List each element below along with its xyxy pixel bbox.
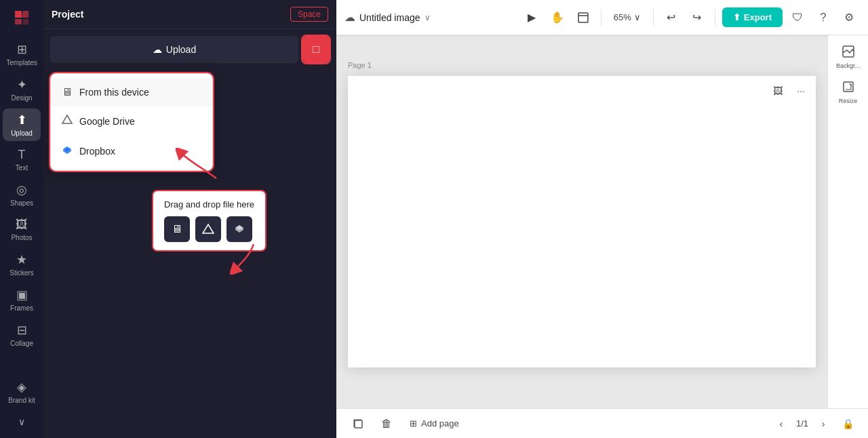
canvas-main: Page 1 🖼 ··· Backgr... <box>336 35 868 408</box>
settings-button[interactable]: ⚙ <box>838 7 860 28</box>
background-label: Backgr... <box>836 62 860 69</box>
sidebar-item-label: Brand kit <box>8 397 35 404</box>
pointer-tool-button[interactable]: ▶ <box>521 7 542 28</box>
stickers-icon: ★ <box>16 252 27 267</box>
google-drive-option[interactable]: Google Drive <box>51 106 212 136</box>
zoom-value: 65% <box>614 12 631 22</box>
add-page-label: Add page <box>421 418 459 429</box>
toolbar: ▶ ✋ 65% ∨ ↩ ↪ ⬆ Export 🛡 ? ⚙ <box>521 7 860 28</box>
shapes-icon: ◎ <box>16 182 27 197</box>
sidebar-item-shapes[interactable]: ◎ Shapes <box>3 178 41 211</box>
sidebar-item-label: Text <box>16 164 28 172</box>
page-wrapper: Page 1 🖼 ··· <box>348 76 816 367</box>
svg-rect-16 <box>355 420 362 428</box>
copy-page-button[interactable] <box>347 413 369 435</box>
page-navigation: ‹ 1/1 › 🔒 <box>772 414 857 433</box>
sidebar-item-photos[interactable]: 🖼 Photos <box>3 214 41 245</box>
drag-device-button[interactable]: 🖥 <box>164 216 190 242</box>
sidebar-collapse-button[interactable]: ∨ <box>13 411 31 433</box>
upload-row: ☁ Upload □ <box>43 29 336 70</box>
drag-dropbox-button[interactable] <box>226 216 252 242</box>
sidebar-item-label: Photos <box>11 234 32 241</box>
canvas-content[interactable]: Page 1 🖼 ··· <box>336 35 827 408</box>
panel-title: Project <box>52 9 83 20</box>
toolbar-divider-3 <box>715 9 715 26</box>
layout-tool-button[interactable] <box>572 7 594 28</box>
templates-icon: ⊞ <box>17 42 27 57</box>
page-image-icon-button[interactable]: 🖼 <box>768 81 787 100</box>
help-button[interactable]: ? <box>812 7 834 28</box>
dropbox-label: Dropbox <box>79 146 115 157</box>
page-display: 1/1 <box>796 418 808 429</box>
sidebar-item-brand[interactable]: ◈ Brand kit <box>3 376 41 408</box>
sidebar: ⊞ Templates ✦ Design ⬆ Upload T Text ◎ S… <box>0 0 43 438</box>
export-button[interactable]: ⬆ Export <box>722 7 783 27</box>
undo-button[interactable]: ↩ <box>660 7 682 28</box>
sidebar-item-templates[interactable]: ⊞ Templates <box>3 38 41 71</box>
hand-tool-button[interactable]: ✋ <box>547 7 568 28</box>
google-drive-label: Google Drive <box>79 116 135 127</box>
fullscreen-button[interactable]: 🔒 <box>838 414 857 433</box>
page-canvas[interactable]: 🖼 ··· <box>348 76 816 367</box>
shield-button[interactable]: 🛡 <box>787 7 808 28</box>
upload-icon: ⬆ <box>17 113 27 127</box>
space-button[interactable]: Space <box>290 7 328 22</box>
design-icon: ✦ <box>17 77 27 92</box>
sidebar-item-stickers[interactable]: ★ Stickers <box>3 248 41 281</box>
upload-button[interactable]: ☁ Upload <box>50 36 298 63</box>
sidebar-item-upload[interactable]: ⬆ Upload <box>3 108 41 141</box>
page-more-button[interactable]: ··· <box>791 81 810 100</box>
next-page-button[interactable]: › <box>814 414 833 433</box>
upload-panel: Project Space ☁ Upload □ 🖥 From this dev… <box>43 0 336 438</box>
dropbox-option[interactable]: Dropbox <box>51 136 212 166</box>
resize-panel-item[interactable]: Resize <box>831 76 866 108</box>
mobile-icon: □ <box>313 43 319 56</box>
page-icons: 🖼 ··· <box>768 81 810 100</box>
svg-rect-12 <box>578 13 588 22</box>
zoom-chevron-icon: ∨ <box>634 12 641 22</box>
topbar: ☁ Untitled image ∨ ▶ ✋ 65% ∨ ↩ ↪ <box>336 0 868 35</box>
delete-page-button[interactable]: 🗑 <box>376 413 397 435</box>
upload-button-label: Upload <box>166 44 196 55</box>
sidebar-item-label: Templates <box>6 59 37 66</box>
upload-dropdown-menu: 🖥 From this device Google Drive <box>50 73 213 171</box>
sidebar-item-text[interactable]: T Text <box>3 144 41 176</box>
drag-drop-label: Drag and drop file here <box>164 199 254 210</box>
sidebar-item-design[interactable]: ✦ Design <box>3 73 41 106</box>
sidebar-item-label: Upload <box>11 130 33 137</box>
sidebar-item-collage[interactable]: ⊟ Collage <box>3 319 41 351</box>
sidebar-item-frames[interactable]: ▣ Frames <box>3 283 41 316</box>
from-device-label: From this device <box>79 87 149 98</box>
page-label: Page 1 <box>348 61 372 69</box>
sidebar-item-label: Shapes <box>10 199 33 207</box>
background-panel-item[interactable]: Backgr... <box>831 41 866 73</box>
toolbar-divider <box>601 9 601 26</box>
document-title: Untitled image <box>359 12 420 23</box>
collage-icon: ⊟ <box>17 323 27 338</box>
export-icon: ⬆ <box>733 12 741 22</box>
right-panel: Backgr... Resize <box>827 35 868 408</box>
resize-icon <box>842 80 855 96</box>
add-page-button[interactable]: ⊞ Add page <box>404 416 465 431</box>
drag-drop-icon-row: 🖥 <box>164 216 254 242</box>
export-label: Export <box>744 12 772 22</box>
from-device-option[interactable]: 🖥 From this device <box>51 78 212 106</box>
device-menu-icon: 🖥 <box>62 86 73 98</box>
text-icon: T <box>18 148 26 162</box>
add-page-icon: ⊞ <box>410 418 417 429</box>
upload-cloud-icon: ☁ <box>153 44 162 55</box>
drag-gdrive-button[interactable] <box>195 216 221 242</box>
gdrive-menu-icon <box>62 115 73 128</box>
zoom-control[interactable]: 65% ∨ <box>608 9 646 25</box>
svg-marker-1 <box>62 115 72 123</box>
frames-icon: ▣ <box>16 287 28 302</box>
bottombar: 🗑 ⊞ Add page ‹ 1/1 › 🔒 <box>336 408 868 438</box>
panel-header: Project Space <box>43 0 336 29</box>
redo-button[interactable]: ↪ <box>686 7 708 28</box>
prev-page-button[interactable]: ‹ <box>772 414 791 433</box>
upload-mobile-button[interactable]: □ <box>302 36 330 63</box>
cloud-save-icon: ☁ <box>344 11 355 24</box>
dropbox-menu-icon <box>62 144 73 158</box>
app-logo[interactable] <box>9 5 34 30</box>
canvas-area: ☁ Untitled image ∨ ▶ ✋ 65% ∨ ↩ ↪ <box>336 0 868 438</box>
